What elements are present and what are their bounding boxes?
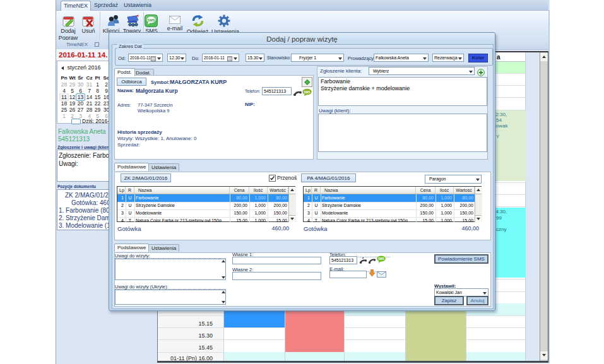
svg-text:SMS: SMS <box>378 257 384 261</box>
svg-text:SMS: SMS <box>304 91 311 94</box>
svg-text:SMS: SMS <box>148 18 155 22</box>
